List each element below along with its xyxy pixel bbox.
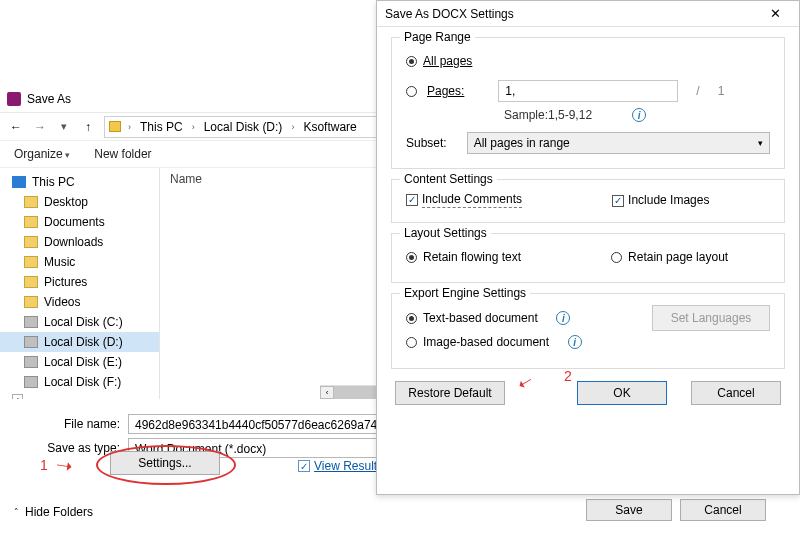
subset-dropdown[interactable]: All pages in range ▾ — [467, 132, 770, 154]
tree-label: Local Disk (F:) — [44, 375, 121, 389]
all-pages-label: All pages — [423, 54, 472, 68]
checkbox-checked-icon: ✓ — [298, 460, 310, 472]
include-comments-label: Include Comments — [422, 192, 522, 208]
folder-icon — [24, 236, 38, 248]
drive-icon — [24, 356, 38, 368]
chevron-right-icon: › — [125, 122, 134, 132]
tree-item[interactable]: Documents — [0, 212, 159, 232]
info-icon[interactable]: i — [568, 335, 582, 349]
pc-icon — [12, 176, 26, 188]
organize-menu[interactable]: Organize — [14, 147, 70, 161]
ok-button[interactable]: OK — [577, 381, 667, 405]
tree-root-this-pc[interactable]: This PC — [0, 172, 159, 192]
app-icon — [7, 92, 21, 106]
drive-icon — [24, 336, 38, 348]
chevron-right-icon: › — [288, 122, 297, 132]
radio-label: Text-based document — [423, 311, 538, 325]
tree-item-selected[interactable]: Local Disk (D:) — [0, 332, 159, 352]
dialog-title: Save As DOCX Settings — [385, 7, 514, 21]
close-icon[interactable]: ✕ — [759, 3, 791, 25]
new-folder-button[interactable]: New folder — [94, 147, 151, 161]
view-result-label: View Result — [314, 459, 377, 473]
settings-button[interactable]: Settings... — [110, 451, 220, 475]
annotation-arrow-icon: ➝ — [54, 452, 74, 478]
tree-item[interactable]: Videos — [0, 292, 159, 312]
drive-icon — [24, 316, 38, 328]
radio-checked-icon — [406, 313, 417, 324]
window-title: Save As — [27, 92, 71, 106]
scroll-left-icon[interactable]: ‹ — [12, 394, 23, 399]
annotation-number-2: 2 — [564, 368, 572, 384]
cancel-button[interactable]: Cancel — [691, 381, 781, 405]
tree-item[interactable]: Pictures — [0, 272, 159, 292]
radio-unchecked-icon — [406, 337, 417, 348]
breadcrumb-item[interactable]: Ksoftware — [299, 120, 360, 134]
retain-page-layout-radio[interactable]: Retain page layout — [611, 246, 728, 268]
breadcrumb-item[interactable]: Local Disk (D:) — [200, 120, 287, 134]
pages-radio-row: Pages: 1, / 1 — [406, 80, 770, 102]
radio-checked-icon — [406, 252, 417, 263]
tree-item[interactable]: Music — [0, 252, 159, 272]
hide-folders-toggle[interactable]: ˄ Hide Folders — [14, 505, 93, 519]
export-engine-group: Export Engine Settings Text-based docume… — [391, 293, 785, 369]
group-title: Layout Settings — [400, 226, 491, 240]
folder-icon — [24, 196, 38, 208]
tree-label: Downloads — [44, 235, 103, 249]
tree-label: Pictures — [44, 275, 87, 289]
nav-forward-icon: → — [32, 120, 48, 134]
subset-row: Subset: All pages in range ▾ — [406, 132, 770, 154]
save-button[interactable]: Save — [586, 499, 672, 521]
docx-settings-dialog: Save As DOCX Settings ✕ Page Range All p… — [376, 0, 800, 495]
pages-input[interactable]: 1, — [498, 80, 678, 102]
text-based-radio[interactable]: Text-based document i — [406, 307, 570, 329]
chevron-up-icon: ˄ — [14, 507, 19, 517]
scroll-left-icon[interactable]: ‹ — [320, 386, 334, 399]
chevron-down-small-icon[interactable]: ▾ — [56, 120, 72, 133]
all-pages-radio[interactable]: All pages — [406, 50, 770, 72]
folder-icon — [24, 276, 38, 288]
chevron-down-icon: ▾ — [758, 138, 763, 148]
checkbox-checked-icon: ✓ — [612, 195, 624, 207]
tree-item[interactable]: Desktop — [0, 192, 159, 212]
group-title: Export Engine Settings — [400, 286, 530, 300]
tree-item[interactable]: Local Disk (E:) — [0, 352, 159, 372]
radio-unchecked-icon — [611, 252, 622, 263]
radio-label: Retain flowing text — [423, 250, 521, 264]
checkbox-checked-icon: ✓ — [406, 194, 418, 206]
subset-label: Subset: — [406, 136, 447, 150]
folder-tree[interactable]: This PC Desktop Documents Downloads Musi… — [0, 168, 160, 399]
tree-item[interactable]: Local Disk (F:) — [0, 372, 159, 392]
include-images-checkbox[interactable]: ✓Include Images — [612, 193, 709, 207]
drive-icon — [24, 376, 38, 388]
info-icon[interactable]: i — [556, 311, 570, 325]
folder-icon — [109, 121, 121, 132]
annotation-number-1: 1 — [40, 457, 48, 473]
include-comments-checkbox[interactable]: ✓Include Comments — [406, 192, 522, 208]
tree-item[interactable]: Downloads — [0, 232, 159, 252]
cancel-button[interactable]: Cancel — [680, 499, 766, 521]
hide-folders-label: Hide Folders — [25, 505, 93, 519]
tree-label: Desktop — [44, 195, 88, 209]
filename-label: File name: — [16, 417, 128, 431]
radio-label: Retain page layout — [628, 250, 728, 264]
nav-up-icon[interactable]: ↑ — [80, 120, 96, 134]
tree-label: Music — [44, 255, 75, 269]
retain-flowing-text-radio[interactable]: Retain flowing text — [406, 246, 521, 268]
view-result-checkbox[interactable]: ✓ View Result — [298, 459, 377, 473]
restore-default-button[interactable]: Restore Default — [395, 381, 505, 405]
breadcrumb-item[interactable]: This PC — [136, 120, 187, 134]
include-images-label: Include Images — [628, 193, 709, 207]
radio-unchecked-icon[interactable] — [406, 86, 417, 97]
column-header-name[interactable]: Name — [170, 172, 202, 186]
tree-item[interactable]: Local Disk (C:) — [0, 312, 159, 332]
subset-value: All pages in range — [474, 136, 570, 150]
folder-icon — [24, 296, 38, 308]
tree-label: Documents — [44, 215, 105, 229]
chevron-right-icon: › — [189, 122, 198, 132]
image-based-radio[interactable]: Image-based document i — [406, 331, 582, 353]
total-pages: 1 — [718, 84, 725, 98]
info-icon[interactable]: i — [632, 108, 646, 122]
tree-label: Local Disk (C:) — [44, 315, 123, 329]
nav-back-icon[interactable]: ← — [8, 120, 24, 134]
tree-label: Videos — [44, 295, 80, 309]
